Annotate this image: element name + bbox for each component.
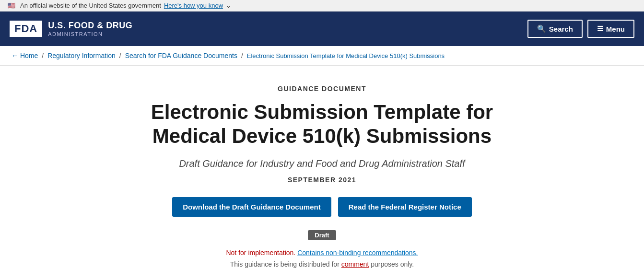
search-label: Search [549, 25, 573, 33]
dropdown-arrow-icon: ⌄ [226, 2, 231, 9]
breadcrumb-regulatory-link[interactable]: Regulatory Information [47, 52, 116, 59]
fda-logo-box: FDA [10, 21, 42, 37]
back-arrow-icon: ← [12, 52, 18, 59]
draft-badge: Draft [116, 230, 528, 249]
comment-link[interactable]: comment [341, 260, 369, 268]
breadcrumb-sep-1: / [42, 52, 44, 59]
doc-type-label: GUIDANCE DOCUMENT [116, 85, 528, 93]
non-binding-link[interactable]: Contains non-binding recommendations. [297, 249, 418, 257]
notice-text-2: This guidance is being distributed for c… [116, 260, 528, 268]
org-name: U.S. FOOD & DRUG [48, 21, 132, 31]
breadcrumb: ← Home / Regulatory Information / Search… [0, 46, 644, 66]
notice2a: This guidance is being distributed for [230, 260, 340, 268]
breadcrumb-home-link[interactable]: ← Home [12, 52, 38, 59]
hamburger-icon: ☰ [597, 24, 603, 33]
search-button[interactable]: 🔍 Search [527, 20, 583, 38]
gov-banner-text: An official website of the United States… [20, 2, 161, 9]
fda-logo[interactable]: FDA U.S. FOOD & DRUG ADMINISTRATION [10, 21, 132, 37]
page-title: Electronic Submission Template for Medic… [116, 100, 528, 149]
doc-subtitle: Draft Guidance for Industry and Food and… [116, 158, 528, 169]
heres-how-link[interactable]: Here's how you know [164, 2, 223, 9]
breadcrumb-current-link[interactable]: Electronic Submission Template for Medic… [247, 52, 445, 59]
search-icon: 🔍 [537, 24, 546, 33]
action-buttons: Download the Draft Guidance Document Rea… [116, 197, 528, 217]
org-sub: ADMINISTRATION [48, 31, 132, 37]
breadcrumb-sep-2: / [119, 52, 121, 59]
us-flag-icon: 🇺🇸 [8, 2, 17, 9]
download-draft-button[interactable]: Download the Draft Guidance Document [172, 197, 331, 217]
main-header: FDA U.S. FOOD & DRUG ADMINISTRATION 🔍 Se… [0, 12, 644, 46]
notice2c: purposes only. [371, 260, 414, 268]
main-content: GUIDANCE DOCUMENT Electronic Submission … [106, 66, 538, 269]
gov-banner: 🇺🇸 An official website of the United Sta… [0, 0, 644, 12]
draft-badge-label: Draft [308, 230, 336, 240]
notice-not-for-impl: Not for implementation. [226, 249, 296, 257]
menu-label: Menu [606, 25, 625, 33]
breadcrumb-search-link[interactable]: Search for FDA Guidance Documents [125, 52, 237, 59]
doc-date: SEPTEMBER 2021 [116, 176, 528, 184]
fda-logo-text: U.S. FOOD & DRUG ADMINISTRATION [48, 21, 132, 37]
read-register-button[interactable]: Read the Federal Register Notice [338, 197, 472, 217]
notice-text-1: Not for implementation. Contains non-bin… [116, 249, 528, 257]
breadcrumb-sep-3: / [241, 52, 243, 59]
menu-button[interactable]: ☰ Menu [587, 20, 634, 38]
header-actions: 🔍 Search ☰ Menu [527, 20, 634, 38]
